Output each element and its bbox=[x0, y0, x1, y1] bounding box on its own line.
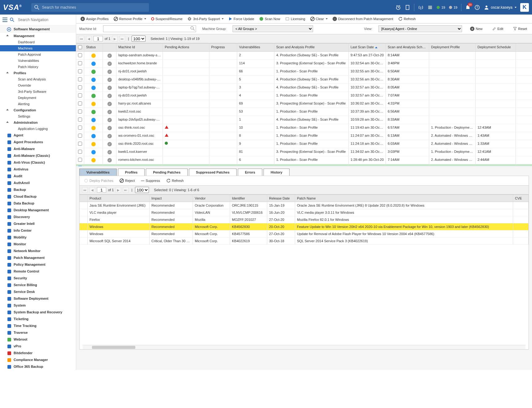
nav-item-deployment[interactable]: Deployment bbox=[0, 95, 76, 101]
prev-page-button[interactable]: ◀ bbox=[86, 36, 92, 41]
nav-sub-administration[interactable]: Administration bbox=[0, 119, 76, 126]
machine-group-select[interactable]: < All Groups > bbox=[233, 25, 313, 32]
col-cve[interactable]: CVE bbox=[513, 195, 529, 202]
nav-item-override[interactable]: Override bbox=[0, 82, 76, 88]
nav-search-input[interactable] bbox=[17, 16, 73, 23]
row-checkbox[interactable] bbox=[78, 77, 82, 81]
list-icon[interactable] bbox=[427, 5, 433, 10]
vulnerability-row[interactable]: FirefoxRecommendedMozillaMOZFF:20102727-… bbox=[80, 216, 529, 223]
menu-toggle[interactable] bbox=[2, 18, 7, 22]
nav-module-audit[interactable]: Audit bbox=[0, 173, 76, 179]
col-patch-name[interactable]: Patch Name bbox=[295, 195, 513, 202]
col-deploy-profile[interactable]: Deployment Profile bbox=[429, 44, 476, 51]
col-release-date[interactable]: Release Date bbox=[267, 195, 295, 202]
nav-module-anti-malware-classic-[interactable]: Anti-Malware (Classic) bbox=[0, 152, 76, 159]
nav-module-service-billing[interactable]: Service Billing bbox=[0, 281, 76, 288]
machine-row[interactable]: ✓osc-think.root.osc101. Production - Sca… bbox=[76, 124, 532, 132]
nav-item-vulnerabilities[interactable]: Vulnerabilities bbox=[0, 58, 76, 64]
licensing-button[interactable]: Licensing bbox=[283, 16, 307, 22]
row-checkbox[interactable] bbox=[78, 158, 82, 162]
nav-item-dashboard[interactable]: Dashboard bbox=[0, 39, 76, 45]
nav-module-patch-management[interactable]: Patch Management bbox=[0, 254, 76, 261]
col-machine-id[interactable]: Machine Id bbox=[116, 44, 163, 51]
tab-vulnerabilities[interactable]: Vulnerabilities bbox=[79, 169, 117, 176]
bell-icon[interactable]: 20 bbox=[465, 5, 471, 10]
row-checkbox[interactable] bbox=[78, 142, 82, 146]
new-view-button[interactable]: +New bbox=[468, 26, 484, 32]
page-input[interactable] bbox=[94, 36, 103, 41]
last-page-button[interactable]: ⏭ bbox=[123, 187, 129, 193]
nav-module-system-backup-and-recovery[interactable]: System Backup and Recovery bbox=[0, 309, 76, 316]
col-product[interactable]: Product bbox=[88, 195, 150, 202]
col-impact[interactable]: Impact bbox=[150, 195, 193, 202]
tab-suppressed-patches[interactable]: Suppressed Patches bbox=[189, 169, 237, 176]
last-page-button[interactable]: ⏭ bbox=[120, 36, 125, 41]
kaseya-logo[interactable]: K bbox=[520, 3, 529, 12]
col-deploy-schedule[interactable]: Deployment Schedule bbox=[476, 44, 516, 51]
row-checkbox[interactable] bbox=[78, 150, 82, 154]
col-scan-profile[interactable]: Scan and Analysis Profile bbox=[274, 44, 349, 51]
nav-module-data-backup[interactable]: Data Backup bbox=[0, 200, 76, 207]
refresh-button[interactable]: Refresh bbox=[396, 16, 418, 22]
machine-row[interactable]: ✓ws-oromero-01.root.osc81. Production - … bbox=[76, 132, 532, 140]
vulnerability-row[interactable]: VLC media playerRecommendedVideoLANVLNVL… bbox=[80, 209, 529, 216]
select-all-checkbox[interactable] bbox=[78, 45, 82, 49]
nav-module-discovery[interactable]: Discovery bbox=[0, 213, 76, 220]
alarm-icon[interactable] bbox=[395, 5, 401, 10]
nav-item-alerting[interactable]: Alerting bbox=[0, 101, 76, 107]
view-select[interactable]: [Kaseya] Agent - Online bbox=[378, 25, 462, 32]
row-checkbox[interactable] bbox=[78, 93, 82, 97]
thirdparty-support-button[interactable]: 3rd-Party Support bbox=[185, 16, 225, 22]
machine-row[interactable]: ✓osc-think-2020.root.osc91. Production -… bbox=[76, 140, 532, 148]
scan-now-button[interactable]: Scan Now bbox=[257, 16, 282, 22]
col-identifier[interactable]: Identifier bbox=[230, 195, 267, 202]
col-pending-icon[interactable] bbox=[103, 44, 116, 51]
nav-item-machines[interactable]: Machines bbox=[0, 45, 76, 51]
antenna-icon[interactable] bbox=[418, 5, 424, 10]
machine-row[interactable]: ✓kweb1.root.kserver813. Prospecting (Ext… bbox=[76, 148, 532, 156]
nav-sub-management[interactable]: Management bbox=[0, 33, 76, 39]
col-status[interactable]: Status bbox=[84, 44, 103, 51]
nav-sub-configuration[interactable]: Configuration bbox=[0, 107, 76, 113]
row-checkbox[interactable] bbox=[78, 126, 82, 130]
nav-item-3rd-party-software[interactable]: 3rd-Party Software bbox=[0, 88, 76, 95]
nav-module-security[interactable]: Security bbox=[0, 275, 76, 281]
machine-row[interactable]: ✓laptop-fp7qg7sd.subway-se.o34. Producti… bbox=[76, 84, 532, 92]
nav-module-anti-virus-classic-[interactable]: Anti-Virus (Classic) bbox=[0, 159, 76, 166]
nav-module-webroot[interactable]: Webroot bbox=[0, 336, 76, 343]
tab-history[interactable]: History bbox=[264, 169, 290, 176]
nav-module-system[interactable]: System bbox=[0, 302, 76, 309]
vulnerability-row[interactable]: Java SE Runtime Environment (JRE)Recomme… bbox=[80, 202, 529, 209]
machine-row[interactable]: ✓kschweitzer.home.brande1143. Prospectin… bbox=[76, 60, 532, 68]
clear-button[interactable]: Clear bbox=[308, 16, 329, 22]
horizontal-scrollbar[interactable] bbox=[83, 345, 525, 349]
remove-profile-button[interactable]: Remove Profile bbox=[112, 16, 148, 22]
col-vulnerabilities[interactable]: Vulnerabilities bbox=[237, 44, 274, 51]
machine-row[interactable]: ✓desktop-v046f9b.subway-se.c54. Producti… bbox=[76, 76, 532, 84]
page-size-select[interactable]: 100 bbox=[135, 187, 149, 193]
row-checkbox[interactable] bbox=[78, 110, 82, 114]
machine-row[interactable]: ✓harry-pc.root.allcanes693. Prospecting … bbox=[76, 100, 532, 108]
machine-row[interactable]: ✓laptop-2dv5pd2t.subway-se.o14. Producti… bbox=[76, 116, 532, 124]
vulnerability-row[interactable]: Microsoft SQL Server 2014Critical, Older… bbox=[80, 238, 529, 245]
nav-module-remote-control[interactable]: Remote Control bbox=[0, 268, 76, 275]
page-size-select[interactable]: 100 bbox=[132, 36, 146, 42]
search-icon[interactable] bbox=[190, 26, 195, 31]
row-checkbox[interactable] bbox=[78, 61, 82, 65]
machine-row[interactable]: ✓romero-kitchen.root.osc61. Production -… bbox=[76, 156, 532, 164]
nav-module-policy-management[interactable]: Policy Management bbox=[0, 261, 76, 268]
col-progress[interactable]: Progress bbox=[209, 44, 237, 51]
machine-id-input[interactable] bbox=[103, 25, 196, 32]
deploy-patches-button[interactable]: Deploy Patches bbox=[82, 178, 115, 184]
nav-item-scan-and-analysis[interactable]: Scan and Analysis bbox=[0, 76, 76, 82]
row-checkbox[interactable] bbox=[78, 101, 82, 105]
disconnect-button[interactable]: −Disconnect from Patch Management bbox=[331, 16, 395, 22]
assign-profiles-button[interactable]: +Assign Profiles bbox=[79, 16, 111, 22]
col-scan-schedule[interactable]: Scan and Analysis Schedule bbox=[386, 44, 429, 51]
nav-module-ticketing[interactable]: Ticketing bbox=[0, 316, 76, 322]
nav-item-application-logging[interactable]: Application Logging bbox=[0, 126, 76, 132]
row-checkbox[interactable] bbox=[78, 166, 82, 166]
nav-module-bitdefender[interactable]: Bitdefender bbox=[0, 350, 76, 356]
nav-module-network-monitor[interactable]: Network Monitor bbox=[0, 247, 76, 254]
prev-page-button[interactable]: ◀ bbox=[89, 187, 95, 193]
